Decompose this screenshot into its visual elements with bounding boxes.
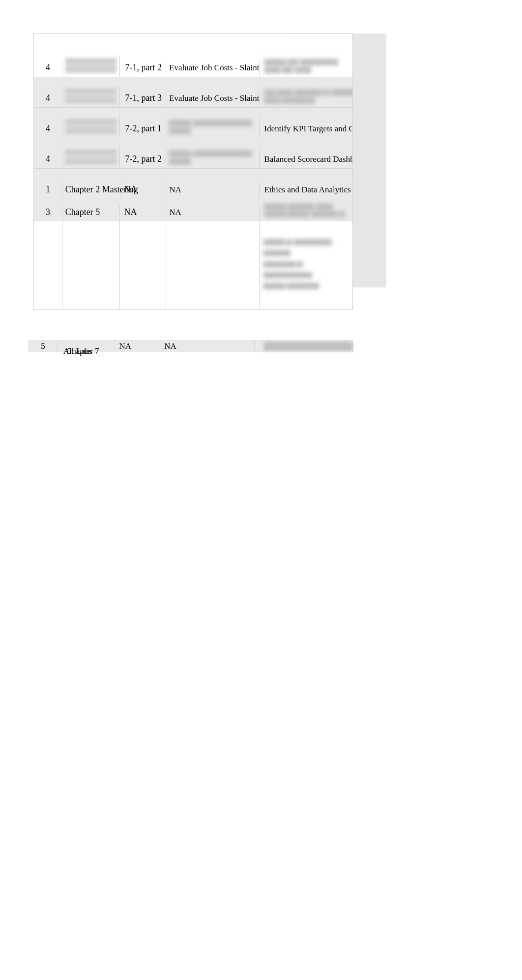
activity-title: NA xyxy=(161,341,254,351)
blurred-text: ▆▆▆▆ ▆▆▆▆▆ ▆▆▆▆▆▆▆ ▆▆▆▆ ▆▆▆▆▆ ▆ xyxy=(264,202,346,217)
chapter-cell: Chapter 2 Mastering xyxy=(62,182,120,199)
chapter-label-b: All Labs xyxy=(63,346,92,356)
part-label: NA xyxy=(115,341,161,351)
row-number: 4 xyxy=(34,60,62,77)
blurred-text: ▆▆ ▆▆▆ ▆▆▆▆▆ ▆ ▆▆▆▆▆▆▆▆ ▆▆▆▆▆▆ xyxy=(264,88,352,103)
table-row: 4 7-2, part 1 ▆▆▆▆ ▆▆▆▆▆▆▆▆▆▆▆▆▆▆▆ Ident… xyxy=(33,107,353,138)
activity-title: Evaluate Job Costs - Slainte xyxy=(166,60,259,77)
part-label: 7-2, part 1 xyxy=(120,121,166,138)
row-number: 1 xyxy=(34,182,62,199)
blurred-text: ▆▆▆▆ ▆▆▆▆▆▆▆▆▆▆▆▆▆▆▆ xyxy=(169,119,252,134)
empty-cell xyxy=(166,221,259,309)
description-cell: Ethics and Data Analytics xyxy=(260,182,352,199)
activity-title: Evaluate Job Costs - Slainte xyxy=(166,91,259,107)
part-label: 7-1, part 3 xyxy=(120,90,166,107)
description-cell: ▆▆▆▆ ▆▆▆▆▆ ▆▆▆▆▆▆▆ ▆▆▆▆ ▆▆▆▆▆ ▆ xyxy=(260,199,352,221)
activity-title: NA xyxy=(166,182,259,199)
thumbnail-blur xyxy=(65,89,117,103)
part-label: 7-2, part 2 xyxy=(120,151,166,168)
row-number: 4 xyxy=(34,151,62,168)
assignment-table: 4 7-1, part 2 Evaluate Job Costs - Slain… xyxy=(33,33,353,310)
activity-title: ▆▆▆▆ ▆▆▆▆▆▆▆▆▆▆▆▆▆▆▆ xyxy=(166,116,259,138)
blurred-paragraph: ▆▆▆▆ ▆ ▆▆▆▆▆▆▆▆▆▆▆▆▆▆▆▆▆▆ ▆▆▆▆▆▆▆▆▆▆▆▆▆▆… xyxy=(263,236,348,291)
table-row: 3 Chapter 5 NA NA ▆▆▆▆ ▆▆▆▆▆ ▆▆▆▆▆▆▆ ▆▆▆… xyxy=(33,199,353,221)
table-row: 1 Chapter 2 Mastering NA NA Ethics and D… xyxy=(33,168,353,199)
thumbnail-cell xyxy=(62,55,120,77)
row-number: 3 xyxy=(34,204,62,221)
empty-cell xyxy=(120,221,166,309)
description-cell: Identify KPI Targets and Colors xyxy=(260,121,352,138)
description-cell: ▆▆ ▆▆▆ ▆▆▆▆▆ ▆ ▆▆▆▆▆▆▆▆ ▆▆▆▆▆▆ xyxy=(260,85,352,107)
blurred-text xyxy=(264,342,352,351)
thumbnail-cell xyxy=(62,116,120,138)
part-label: NA xyxy=(120,182,167,199)
footer-table-row: 5 Chapter 7 All Labs NA NA xyxy=(29,340,353,352)
thumbnail-cell xyxy=(62,86,120,107)
blurred-text: ▆▆▆▆ ▆▆▆▆▆▆▆▆▆▆▆▆▆▆▆ xyxy=(169,149,252,164)
thumbnail-blur xyxy=(65,58,117,73)
empty-cell xyxy=(34,221,62,309)
activity-title: ▆▆▆▆ ▆▆▆▆▆▆▆▆▆▆▆▆▆▆▆ xyxy=(166,146,259,168)
blurred-text: ▆▆▆▆ ▆▆ ▆▆▆▆▆▆▆▆▆▆ ▆▆ ▆▆▆ xyxy=(264,58,338,73)
thumbnail-cell xyxy=(62,147,120,168)
part-label: 7-1, part 2 xyxy=(120,60,166,77)
row-number: 5 xyxy=(29,341,58,351)
description-cell: ▆▆▆▆ ▆▆ ▆▆▆▆▆▆▆▆▆▆ ▆▆ ▆▆▆ xyxy=(260,55,352,77)
row-number: 4 xyxy=(34,90,62,107)
empty-cell xyxy=(62,221,120,309)
table-row: 4 7-1, part 3 Evaluate Job Costs - Slain… xyxy=(33,77,353,107)
thumbnail-blur xyxy=(65,150,117,164)
description-cell: Balanced Scorecard Dashboard xyxy=(260,152,352,168)
thumbnail-blur xyxy=(65,119,117,134)
table-row: 4 7-1, part 2 Evaluate Job Costs - Slain… xyxy=(33,33,353,77)
part-label: NA xyxy=(120,204,166,221)
chapter-cell: Chapter 5 xyxy=(62,204,120,221)
row-number: 4 xyxy=(34,121,62,138)
activity-title: NA xyxy=(166,205,259,221)
empty-cell: ▆▆▆▆ ▆ ▆▆▆▆▆▆▆▆▆▆▆▆▆▆▆▆▆▆ ▆▆▆▆▆▆▆▆▆▆▆▆▆▆… xyxy=(260,221,352,309)
table-row: 4 7-2, part 2 ▆▆▆▆ ▆▆▆▆▆▆▆▆▆▆▆▆▆▆▆ Balan… xyxy=(33,138,353,168)
table-gap-row: ▆▆▆▆ ▆ ▆▆▆▆▆▆▆▆▆▆▆▆▆▆▆▆▆▆ ▆▆▆▆▆▆▆▆▆▆▆▆▆▆… xyxy=(33,221,353,310)
